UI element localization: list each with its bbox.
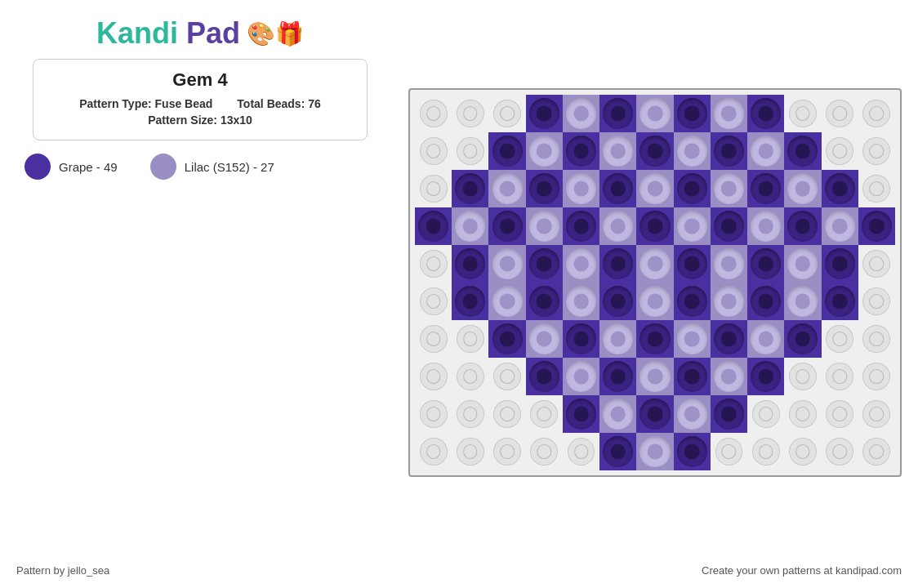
pattern-size-label: Pattern Size: [148,114,217,127]
bead-cell [711,433,747,470]
bead-cell [599,170,636,207]
bead-cell [452,320,488,358]
bead-cell [415,358,452,395]
bead-cell [636,358,673,395]
bead-cell [452,95,488,132]
bead-cell [452,170,488,207]
bead-cell [563,207,599,245]
bead-cell [452,433,488,470]
bead-cell [711,95,747,132]
bead-cell [599,95,636,132]
bead-cell [488,395,525,433]
bead-cell [822,132,858,170]
bead-cell [599,245,636,283]
bead-cell [822,283,858,320]
footer-credit: Pattern by jello_sea [16,564,109,577]
bead-cell [526,395,563,433]
bead-cell [563,245,599,283]
bead-cell [599,395,636,433]
bead-cell [488,245,525,283]
bead-cell [858,320,895,358]
bead-cell [674,320,711,358]
bead-cell [674,395,711,433]
bead-cell [599,433,636,470]
bead-cell [711,132,747,170]
bead-cell [526,170,563,207]
bead-cell [711,358,747,395]
bead-cell [636,207,673,245]
color-item-lilac: Lilac (S152) - 27 [150,154,274,180]
bead-cell [488,283,525,320]
footer-cta: Create your own patterns at kandipad.com [702,564,902,577]
bead-cell [599,207,636,245]
logo-icon: 🎨🎁 [247,20,304,47]
info-card: Gem 4 Pattern Type: Fuse Bead Total Bead… [33,59,368,140]
bead-cell [711,283,747,320]
bead-cell [784,320,821,358]
bead-cell [858,132,895,170]
bead-cell [858,283,895,320]
bead-cell [674,283,711,320]
bead-cell [415,320,452,358]
bead-cell [711,320,747,358]
bead-cell [674,358,711,395]
bead-cell [822,207,858,245]
color-label-lilac: Lilac (S152) - 27 [185,160,274,174]
bead-cell [636,95,673,132]
bead-cell [452,283,488,320]
bead-cell [784,132,821,170]
bead-cell [526,358,563,395]
bead-cell [452,132,488,170]
bead-cell [636,283,673,320]
bead-cell [415,207,452,245]
footer: Pattern by jello_sea Create your own pat… [16,564,902,577]
bead-cell [858,433,895,470]
bead-cell [822,358,858,395]
bead-cell [674,245,711,283]
bead-cell [747,358,784,395]
bead-cell [488,95,525,132]
bead-cell [488,132,525,170]
bead-cell [599,132,636,170]
header: Kandi Pad 🎨🎁 [16,8,384,59]
bead-cell [488,320,525,358]
bead-cell [415,395,452,433]
color-swatch-lilac [150,154,176,180]
bead-cell [452,245,488,283]
bead-grid [408,88,902,477]
bead-cell [822,433,858,470]
bead-cell [452,358,488,395]
bead-cell [563,132,599,170]
bead-cell [784,95,821,132]
total-beads: Total Beads: 76 [237,97,320,110]
bead-cell [674,132,711,170]
pattern-size-value: 13x10 [221,114,252,127]
logo-pad: Pad [186,16,240,50]
bead-cell [563,95,599,132]
bead-cell [711,170,747,207]
bead-cell [747,207,784,245]
bead-cell [526,283,563,320]
bead-cell [858,358,895,395]
bead-cell [599,320,636,358]
bead-cell [747,132,784,170]
bead-cell [488,207,525,245]
bead-cell [488,433,525,470]
bead-cell [636,132,673,170]
bead-cell [563,283,599,320]
bead-cell [636,245,673,283]
bead-cell [747,170,784,207]
bead-cell [822,170,858,207]
total-beads-value: 76 [308,97,321,110]
bead-cell [526,132,563,170]
bead-cell [563,395,599,433]
bead-cell [488,170,525,207]
bead-cell [563,320,599,358]
logo: Kandi Pad [96,16,240,51]
bead-cell [636,395,673,433]
bead-cell [526,320,563,358]
color-label-grape: Grape - 49 [59,160,118,174]
bead-cell [747,283,784,320]
color-swatch-grape [25,154,51,180]
bead-cell [711,207,747,245]
